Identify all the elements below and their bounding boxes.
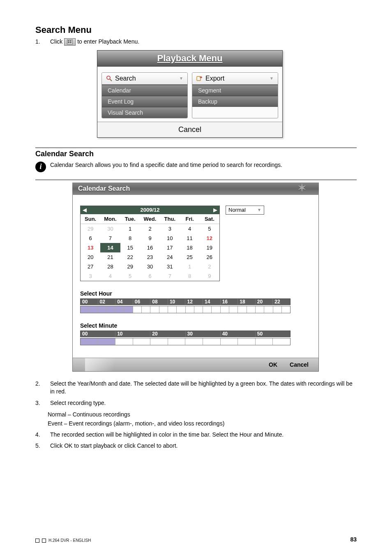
calendar-day[interactable]: 7 — [160, 271, 180, 281]
minute-slot[interactable] — [203, 338, 221, 345]
recording-type-dropdown[interactable]: Normal ▼ — [226, 206, 264, 215]
minute-slot[interactable] — [221, 338, 238, 345]
calendar-day[interactable]: 11 — [180, 234, 199, 243]
calendar-day[interactable]: 10 — [160, 234, 180, 243]
hour-slot[interactable] — [81, 306, 89, 313]
calendar-day[interactable]: 9 — [200, 271, 219, 281]
menu-item-visual-search[interactable]: Visual Search — [102, 107, 187, 118]
calendar-day[interactable]: 20 — [81, 252, 100, 262]
minute-ruler[interactable]: 001020304050 — [80, 331, 291, 337]
hour-slot[interactable] — [282, 306, 290, 313]
hour-slot[interactable] — [168, 306, 177, 313]
hour-tick: 14 — [203, 299, 221, 305]
cancel-button[interactable]: Cancel — [290, 361, 309, 368]
calendar-day[interactable]: 24 — [160, 252, 180, 262]
calendar-day[interactable]: 29 — [120, 262, 140, 271]
calendar-day[interactable]: 30 — [140, 262, 160, 271]
calendar-day[interactable]: 27 — [81, 262, 100, 271]
calendar-day[interactable]: 31 — [160, 262, 180, 271]
minute-slot[interactable] — [238, 338, 256, 345]
hour-slot[interactable] — [194, 306, 203, 313]
hour-slot[interactable] — [264, 306, 273, 313]
calendar-day[interactable]: 26 — [200, 252, 219, 262]
calendar-day[interactable]: 4 — [180, 224, 199, 234]
calendar-day[interactable]: 2 — [200, 262, 219, 271]
export-icon — [196, 75, 203, 82]
hour-slot[interactable] — [212, 306, 220, 313]
prev-month-button[interactable]: ◀ — [81, 207, 89, 213]
calendar-day[interactable]: 19 — [200, 243, 219, 252]
day-of-week: Sun. — [81, 214, 100, 224]
calendar-day[interactable]: 6 — [140, 271, 160, 281]
calendar-day[interactable]: 21 — [100, 252, 120, 262]
calendar-day[interactable]: 3 — [81, 271, 100, 281]
ok-button[interactable]: OK — [269, 361, 277, 368]
export-header[interactable]: Export ▼ — [192, 73, 278, 85]
minute-slots[interactable] — [80, 338, 291, 345]
next-month-button[interactable]: ▶ — [211, 207, 219, 213]
menu-item-segment[interactable]: Segment — [192, 85, 278, 96]
calendar-day[interactable]: 30 — [100, 224, 120, 234]
calendar-day[interactable]: 13 — [81, 243, 100, 252]
calendar-day[interactable]: 1 — [120, 224, 140, 234]
hour-slot[interactable] — [159, 306, 168, 313]
hour-slot[interactable] — [186, 306, 194, 313]
calendar-day[interactable]: 2 — [140, 224, 160, 234]
hour-slot[interactable] — [115, 306, 124, 313]
minute-slot[interactable] — [81, 338, 98, 345]
calendar-day[interactable]: 15 — [120, 243, 140, 252]
calendar-day[interactable]: 16 — [140, 243, 160, 252]
hour-slot[interactable] — [203, 306, 212, 313]
calendar-day[interactable]: 29 — [81, 224, 100, 234]
calendar-day[interactable]: 7 — [100, 234, 120, 243]
minute-slot[interactable] — [168, 338, 186, 345]
hour-slot[interactable] — [98, 306, 107, 313]
hour-slot[interactable] — [221, 306, 229, 313]
calendar: ◀ 2009/12 ▶ Sun.Mon.Tue.Wed.Thu.Fri.Sat.… — [80, 206, 220, 281]
hour-tick: 00 — [81, 299, 98, 305]
hour-slot[interactable] — [256, 306, 264, 313]
calendar-day[interactable]: 17 — [160, 243, 180, 252]
hour-slot[interactable] — [229, 306, 238, 313]
menu-item-backup[interactable]: Backup — [192, 96, 278, 107]
calendar-day[interactable]: 14 — [100, 243, 120, 252]
hour-slot[interactable] — [124, 306, 133, 313]
calendar-day[interactable]: 22 — [120, 252, 140, 262]
calendar-day[interactable]: 28 — [100, 262, 120, 271]
calendar-day[interactable]: 1 — [180, 262, 199, 271]
calendar-day[interactable]: 18 — [180, 243, 199, 252]
cancel-button[interactable]: Cancel — [178, 125, 201, 134]
calendar-day[interactable]: 4 — [100, 271, 120, 281]
calendar-day[interactable]: 9 — [140, 234, 160, 243]
hour-slot[interactable] — [238, 306, 247, 313]
calendar-day[interactable]: 3 — [160, 224, 180, 234]
hour-slot[interactable] — [133, 306, 142, 313]
hour-slot[interactable] — [107, 306, 115, 313]
hour-slots[interactable] — [80, 306, 291, 313]
calendar-day[interactable]: 12 — [200, 234, 219, 243]
minute-slot[interactable] — [185, 338, 203, 345]
calendar-day[interactable]: 5 — [120, 271, 140, 281]
calendar-day[interactable]: 5 — [200, 224, 219, 234]
minute-slot[interactable] — [273, 338, 290, 345]
hour-slot[interactable] — [273, 306, 282, 313]
hour-slot[interactable] — [89, 306, 98, 313]
search-header[interactable]: Search ▼ — [102, 73, 187, 85]
calendar-day[interactable]: 23 — [140, 252, 160, 262]
minute-slot[interactable] — [115, 338, 133, 345]
calendar-day[interactable]: 8 — [120, 234, 140, 243]
minute-slot[interactable] — [98, 338, 116, 345]
hour-ruler[interactable]: 000204060810121416182022 — [80, 298, 291, 305]
minute-slot[interactable] — [133, 338, 151, 345]
menu-item-calendar[interactable]: Calendar — [102, 85, 187, 96]
calendar-day[interactable]: 25 — [180, 252, 199, 262]
hour-slot[interactable] — [142, 306, 150, 313]
hour-slot[interactable] — [247, 306, 256, 313]
calendar-day[interactable]: 8 — [180, 271, 199, 281]
hour-slot[interactable] — [150, 306, 159, 313]
calendar-day[interactable]: 6 — [81, 234, 100, 243]
minute-slot[interactable] — [256, 338, 273, 345]
hour-slot[interactable] — [177, 306, 185, 313]
minute-slot[interactable] — [150, 338, 168, 345]
menu-item-event-log[interactable]: Event Log — [102, 96, 187, 107]
